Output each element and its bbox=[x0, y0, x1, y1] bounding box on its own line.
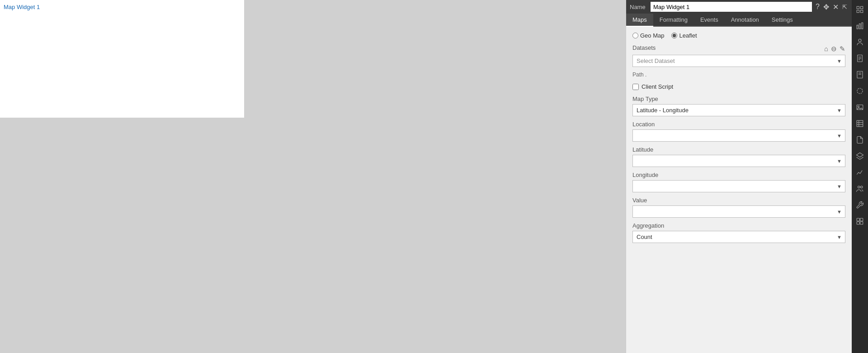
latitude-select-wrapper: ▼ bbox=[632, 155, 845, 167]
widget-box bbox=[0, 0, 244, 118]
widget-name-input[interactable] bbox=[651, 2, 812, 12]
aggregation-select-wrapper: Count Sum Average Min Max ▼ bbox=[632, 231, 845, 243]
client-script-row: Client Script bbox=[632, 83, 845, 90]
sidebar-icon-document2[interactable] bbox=[852, 132, 868, 148]
svg-rect-2 bbox=[857, 10, 859, 13]
sidebar-icon-table[interactable] bbox=[852, 116, 868, 131]
svg-rect-3 bbox=[861, 10, 863, 13]
longitude-select-wrapper: ▼ bbox=[632, 180, 845, 192]
remove-dataset-icon[interactable]: ⊖ bbox=[831, 45, 837, 53]
map-type-group: Map Type Latitude - Longitude GeoJSON WK… bbox=[632, 95, 845, 116]
sidebar-icon-image[interactable] bbox=[852, 100, 868, 115]
tab-maps[interactable]: Maps bbox=[626, 14, 653, 27]
geo-map-radio[interactable] bbox=[632, 33, 638, 38]
dataset-select[interactable]: Select Dataset bbox=[632, 55, 845, 67]
dataset-action-icons: ⌂ ⊖ ✎ bbox=[824, 45, 845, 53]
svg-rect-27 bbox=[857, 222, 859, 224]
svg-point-17 bbox=[858, 106, 859, 107]
value-group: Value ▼ bbox=[632, 197, 845, 218]
svg-marker-22 bbox=[857, 153, 863, 157]
sidebar-icon-grid[interactable] bbox=[852, 2, 868, 17]
aggregation-group: Aggregation Count Sum Average Min Max ▼ bbox=[632, 222, 845, 243]
sidebar-icon-chart-line[interactable] bbox=[852, 165, 868, 180]
svg-point-15 bbox=[857, 88, 863, 94]
location-select-wrapper: ▼ bbox=[632, 129, 845, 142]
close-icon[interactable]: ✕ bbox=[832, 2, 840, 12]
svg-rect-18 bbox=[857, 120, 863, 127]
client-script-checkbox[interactable] bbox=[632, 84, 639, 90]
move-icon[interactable]: ✥ bbox=[822, 2, 830, 12]
svg-point-24 bbox=[861, 186, 863, 188]
latitude-select[interactable] bbox=[632, 155, 845, 167]
widget-title[interactable]: Map Widget 1 bbox=[4, 4, 40, 10]
help-icon[interactable]: ? bbox=[815, 2, 821, 12]
home-icon[interactable]: ⌂ bbox=[824, 45, 828, 53]
edit-dataset-icon[interactable]: ✎ bbox=[840, 45, 845, 53]
sidebar-icon-shape[interactable] bbox=[852, 83, 868, 99]
svg-rect-12 bbox=[857, 72, 863, 78]
svg-rect-26 bbox=[860, 218, 863, 221]
longitude-group: Longitude ▼ bbox=[632, 172, 845, 192]
location-label: Location bbox=[632, 121, 845, 128]
tabs-bar: Maps Formatting Events Annotation Settin… bbox=[626, 14, 852, 27]
leaflet-radio-label[interactable]: Leaflet bbox=[671, 32, 697, 39]
sidebar-icon-page[interactable] bbox=[852, 67, 868, 82]
sidebar-icon-people[interactable] bbox=[852, 181, 868, 196]
icon-sidebar bbox=[852, 0, 868, 353]
header-icons: ? ✥ ✕ ⇱ bbox=[815, 2, 848, 12]
map-type-label: Map Type bbox=[632, 95, 845, 102]
path-label: Path bbox=[632, 72, 644, 78]
tab-settings[interactable]: Settings bbox=[765, 14, 799, 27]
sidebar-icon-grid2[interactable] bbox=[852, 214, 868, 229]
sidebar-icon-user-chart[interactable] bbox=[852, 34, 868, 50]
sidebar-icon-layers[interactable] bbox=[852, 148, 868, 164]
location-select[interactable] bbox=[632, 129, 845, 142]
svg-rect-25 bbox=[857, 218, 859, 221]
sidebar-icon-chart-bar[interactable] bbox=[852, 18, 868, 33]
expand-icon[interactable]: ⇱ bbox=[841, 3, 848, 11]
svg-point-7 bbox=[859, 39, 861, 42]
map-type-select-wrapper: Latitude - Longitude GeoJSON WKT ▼ bbox=[632, 104, 845, 116]
longitude-label: Longitude bbox=[632, 172, 845, 178]
panel-header: Name ? ✥ ✕ ⇱ bbox=[626, 0, 852, 14]
value-label: Value bbox=[632, 197, 845, 204]
tab-annotation[interactable]: Annotation bbox=[725, 14, 765, 27]
geo-map-label: Geo Map bbox=[640, 32, 664, 39]
leaflet-label: Leaflet bbox=[679, 32, 697, 39]
aggregation-label: Aggregation bbox=[632, 222, 845, 229]
value-select[interactable] bbox=[632, 205, 845, 218]
svg-rect-5 bbox=[859, 24, 861, 29]
location-group: Location ▼ bbox=[632, 121, 845, 142]
leaflet-radio[interactable] bbox=[671, 33, 677, 38]
aggregation-select[interactable]: Count Sum Average Min Max bbox=[632, 231, 845, 243]
svg-rect-6 bbox=[862, 23, 863, 29]
map-type-radio-group: Geo Map Leaflet bbox=[632, 32, 845, 39]
svg-rect-4 bbox=[857, 25, 858, 29]
canvas-area: Map Widget 1 bbox=[0, 0, 626, 353]
latitude-label: Latitude bbox=[632, 146, 845, 153]
dataset-select-wrapper: Select Dataset ▼ bbox=[632, 55, 845, 67]
map-type-select[interactable]: Latitude - Longitude GeoJSON WKT bbox=[632, 104, 845, 116]
tab-events[interactable]: Events bbox=[694, 14, 725, 27]
name-label: Name bbox=[630, 4, 648, 10]
svg-point-23 bbox=[858, 186, 860, 188]
path-row: Path . bbox=[632, 72, 845, 78]
client-script-label: Client Script bbox=[642, 83, 673, 90]
geo-map-radio-label[interactable]: Geo Map bbox=[632, 32, 664, 39]
value-select-wrapper: ▼ bbox=[632, 205, 845, 218]
svg-rect-1 bbox=[861, 6, 863, 9]
sidebar-icon-tools[interactable] bbox=[852, 197, 868, 213]
datasets-row: Datasets ⌂ ⊖ ✎ bbox=[632, 44, 845, 53]
datasets-label: Datasets bbox=[632, 44, 656, 51]
path-value: . bbox=[645, 72, 646, 78]
svg-rect-28 bbox=[860, 222, 863, 224]
right-panel: Name ? ✥ ✕ ⇱ Maps Formatting Events Anno… bbox=[626, 0, 852, 353]
longitude-select[interactable] bbox=[632, 180, 845, 192]
sidebar-icon-document[interactable] bbox=[852, 51, 868, 66]
tab-formatting[interactable]: Formatting bbox=[653, 14, 694, 27]
datasets-group: Datasets ⌂ ⊖ ✎ Select Dataset ▼ bbox=[632, 44, 845, 67]
latitude-group: Latitude ▼ bbox=[632, 146, 845, 167]
svg-rect-0 bbox=[857, 6, 859, 9]
panel-body: Geo Map Leaflet Datasets ⌂ ⊖ ✎ Select Da… bbox=[626, 27, 852, 353]
